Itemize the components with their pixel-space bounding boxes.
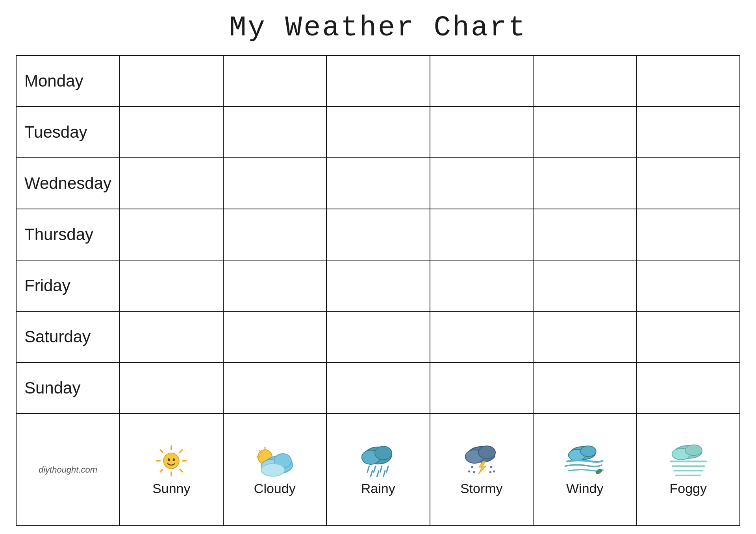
rainy-icon: [356, 443, 400, 479]
foggy-icon: [667, 443, 710, 479]
sunday-col1[interactable]: [120, 362, 223, 414]
svg-point-10: [173, 458, 175, 461]
monday-col4[interactable]: [430, 55, 533, 107]
friday-col6[interactable]: [636, 260, 740, 311]
saturday-col4[interactable]: [430, 311, 533, 362]
day-label-sunday: Sunday: [16, 362, 120, 414]
windy-icon: [563, 443, 606, 479]
wednesday-col5[interactable]: [533, 158, 636, 209]
stormy-icon: [460, 443, 503, 479]
legend-rainy: Rainy: [326, 414, 430, 526]
windy-label: Windy: [566, 481, 603, 496]
svg-line-25: [387, 466, 389, 472]
svg-line-7: [160, 469, 163, 472]
friday-col3[interactable]: [326, 260, 430, 311]
wednesday-col3[interactable]: [326, 158, 430, 209]
svg-point-31: [478, 446, 495, 458]
thursday-col4[interactable]: [430, 209, 533, 260]
table-row: Friday: [16, 260, 740, 311]
svg-line-28: [384, 471, 385, 477]
svg-point-21: [375, 446, 392, 460]
svg-point-9: [168, 458, 170, 461]
legend-stormy: Stormy: [430, 414, 533, 526]
friday-col1[interactable]: [120, 260, 223, 311]
table-row: Sunday: [16, 362, 740, 414]
monday-col2[interactable]: [223, 55, 326, 107]
tuesday-col6[interactable]: [636, 107, 740, 158]
table-row: Wednesday: [16, 158, 740, 209]
legend-row: diythought.com: [16, 414, 740, 526]
svg-point-33: [471, 466, 473, 468]
site-label: diythought.com: [16, 414, 120, 526]
thursday-col5[interactable]: [533, 209, 636, 260]
thursday-col3[interactable]: [326, 209, 430, 260]
svg-point-37: [473, 471, 475, 473]
svg-line-6: [180, 450, 182, 452]
svg-point-8: [163, 453, 179, 469]
wednesday-col2[interactable]: [223, 158, 326, 209]
legend-sunny: Sunny: [120, 414, 223, 526]
sunny-label: Sunny: [152, 481, 190, 496]
table-row: Monday: [16, 55, 740, 107]
monday-col1[interactable]: [120, 55, 223, 107]
saturday-col2[interactable]: [223, 311, 326, 362]
monday-col3[interactable]: [326, 55, 430, 107]
monday-col6[interactable]: [636, 55, 740, 107]
cloudy-label: Cloudy: [254, 481, 296, 496]
page-title: My Weather Chart: [229, 12, 526, 44]
saturday-col6[interactable]: [636, 311, 740, 362]
tuesday-col2[interactable]: [223, 107, 326, 158]
day-label-thursday: Thursday: [16, 209, 120, 260]
svg-line-14: [259, 450, 261, 452]
table-row: Thursday: [16, 209, 740, 260]
svg-line-26: [371, 471, 372, 477]
tuesday-col1[interactable]: [120, 107, 223, 158]
friday-col5[interactable]: [533, 260, 636, 311]
rainy-label: Rainy: [361, 481, 395, 496]
day-label-tuesday: Tuesday: [16, 107, 120, 158]
thursday-col2[interactable]: [223, 209, 326, 260]
saturday-col3[interactable]: [326, 311, 430, 362]
svg-line-5: [180, 469, 182, 472]
day-label-friday: Friday: [16, 260, 120, 311]
tuesday-col3[interactable]: [326, 107, 430, 158]
sunny-icon: [150, 443, 193, 479]
table-row: Saturday: [16, 311, 740, 362]
sunday-col2[interactable]: [223, 362, 326, 414]
thursday-col6[interactable]: [636, 209, 740, 260]
wednesday-col4[interactable]: [430, 158, 533, 209]
weather-chart-table: Monday Tuesday Wednesday: [16, 55, 740, 526]
friday-col4[interactable]: [430, 260, 533, 311]
svg-point-38: [489, 471, 491, 473]
svg-line-24: [380, 466, 382, 472]
wednesday-col6[interactable]: [636, 158, 740, 209]
svg-line-27: [377, 471, 379, 477]
monday-col5[interactable]: [533, 55, 636, 107]
day-label-saturday: Saturday: [16, 311, 120, 362]
sunday-col5[interactable]: [533, 362, 636, 414]
legend-foggy: Foggy: [636, 414, 740, 526]
table-row: Tuesday: [16, 107, 740, 158]
sunday-col4[interactable]: [430, 362, 533, 414]
legend-cloudy: Cloudy: [223, 414, 326, 526]
svg-point-35: [490, 466, 492, 468]
svg-point-41: [580, 446, 596, 456]
saturday-col1[interactable]: [120, 311, 223, 362]
svg-line-22: [367, 466, 369, 472]
tuesday-col5[interactable]: [533, 107, 636, 158]
thursday-col1[interactable]: [120, 209, 223, 260]
svg-line-4: [160, 450, 163, 452]
friday-col2[interactable]: [223, 260, 326, 311]
wednesday-col1[interactable]: [120, 158, 223, 209]
day-label-monday: Monday: [16, 55, 120, 107]
sunday-col6[interactable]: [636, 362, 740, 414]
saturday-col5[interactable]: [533, 311, 636, 362]
stormy-label: Stormy: [460, 481, 503, 496]
chart-wrapper: Monday Tuesday Wednesday: [16, 55, 740, 526]
svg-point-18: [261, 464, 285, 476]
tuesday-col4[interactable]: [430, 107, 533, 158]
svg-point-34: [468, 470, 470, 472]
svg-point-42: [595, 468, 603, 475]
sunday-col3[interactable]: [326, 362, 430, 414]
svg-marker-32: [478, 462, 486, 474]
